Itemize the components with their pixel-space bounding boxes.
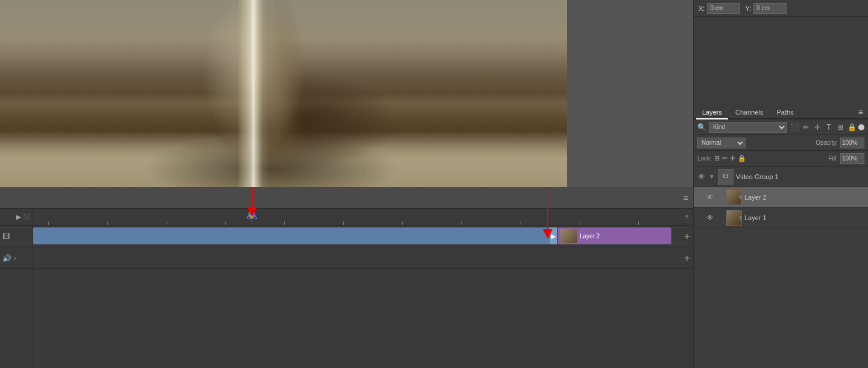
filter-circle-indicator [858, 124, 864, 130]
layer-eye-video-group[interactable]: 👁 [697, 173, 706, 181]
add-track-button[interactable]: + [681, 230, 693, 243]
lock-icon-3[interactable]: ✛ [730, 154, 735, 162]
video-track[interactable]: ▶ Layer 2 + [33, 226, 693, 247]
x-label: X: [699, 5, 705, 12]
timeline-ruler: 04:00f 06:00f 08:00f 10:00f [33, 209, 681, 225]
playhead-marker: 🔒 [247, 209, 257, 219]
layer-name-1: Layer 1 [744, 214, 864, 221]
layer-expand-1[interactable] [717, 214, 724, 221]
layers-blend-bar: Normal Opacity: [694, 135, 868, 151]
filter-icon-3[interactable]: ✛ [813, 122, 822, 132]
timeline-left-controls: ▶ ⬛ [0, 209, 33, 225]
search-icon: 🔍 [697, 123, 706, 132]
lock-icon-4[interactable]: 🔒 [738, 154, 746, 162]
y-label: Y: [745, 5, 751, 12]
timeline-toolbar: ≡ [0, 187, 693, 209]
track-thumbnail [560, 229, 577, 243]
add-audio-button[interactable]: + [681, 252, 693, 264]
layers-filter-bar: 🔍 Kind ⬛ ✏ ✛ T ⊞ 🔒 [694, 119, 868, 135]
filter-icon-5[interactable]: ⊞ [835, 122, 845, 132]
tab-channels[interactable]: Channels [729, 106, 769, 119]
layer-name-2: Layer 2 [744, 194, 864, 201]
layers-list: 👁 ▼ 🎞 Video Group 1 👁 ⛓ Layer 2 👁 ⛓ Laye… [694, 167, 868, 368]
x-input[interactable] [707, 3, 740, 14]
track-label-video: 🎞 [0, 226, 33, 247]
layer-item-2[interactable]: 👁 ⛓ Layer 2 [694, 187, 868, 208]
fill-label: Fill: [828, 155, 838, 162]
timeline-tracks-row: 🎞 🔊 ♪ ▶ [0, 226, 693, 368]
layer-eye-2[interactable]: 👁 [706, 193, 714, 201]
audio-track[interactable]: + [33, 247, 693, 269]
y-input[interactable] [753, 3, 787, 14]
y-coord-field: Y: [745, 3, 787, 14]
filter-kind-dropdown[interactable]: Kind [709, 122, 787, 133]
lock-icon-2[interactable]: ✏ [722, 154, 727, 162]
layer-expand-2[interactable] [717, 194, 724, 201]
filter-icon-1[interactable]: ⬛ [790, 122, 799, 132]
track-audio-note-icon: ♪ [13, 255, 16, 261]
track-label-audio: 🔊 ♪ [0, 247, 33, 269]
opacity-input[interactable] [840, 138, 864, 148]
tracks-content: ▶ Layer 2 + [33, 226, 693, 368]
layer-thumb-video-group: 🎞 [718, 169, 733, 185]
track-film-icon: 🎞 [2, 232, 10, 241]
filter-icons-group: ⬛ ✏ ✛ T ⊞ 🔒 [790, 122, 864, 132]
lock-icon-1[interactable]: ⊞ [714, 154, 720, 162]
track-segment-edge: ▶ [550, 227, 557, 244]
blend-mode-dropdown[interactable]: Normal [697, 138, 746, 148]
layers-lock-bar: Lock: ⊞ ✏ ✛ 🔒 Fill: [694, 151, 868, 167]
playback-ctrl-1[interactable]: ▶ [16, 214, 21, 220]
track-layer-name: Layer 2 [580, 233, 600, 240]
layer-name-video-group: Video Group 1 [736, 173, 864, 180]
upper-right-space [694, 17, 868, 101]
x-coord-field: X: [699, 3, 740, 14]
track-labels: 🎞 🔊 ♪ [0, 226, 33, 368]
timeline-menu-icon[interactable]: ≡ [683, 193, 688, 203]
layer-expand-video-group[interactable]: ▼ [708, 173, 715, 180]
svg-text:🔒: 🔒 [249, 213, 255, 218]
add-audio-btn[interactable]: + [681, 252, 693, 264]
panel-tabs: Layers Channels Paths ≡ [694, 101, 868, 119]
track-segment-blue-left[interactable] [33, 227, 553, 244]
tab-layers[interactable]: Layers [696, 106, 728, 119]
opacity-label: Opacity: [816, 139, 838, 146]
layer-eye-1[interactable]: 👁 [706, 214, 714, 222]
tab-paths[interactable]: Paths [771, 106, 800, 119]
filter-icon-6[interactable]: 🔒 [847, 122, 857, 132]
track-audio-icon: 🔊 [2, 254, 11, 262]
panel-menu-icon[interactable]: ≡ [856, 106, 866, 118]
playback-ctrl-2[interactable]: ⬛ [23, 214, 30, 220]
layer-item-video-group[interactable]: 👁 ▼ 🎞 Video Group 1 [694, 167, 868, 187]
right-panel: X: Y: Layers Channels Paths ≡ 🔍 Kind ⬛ ✏… [693, 0, 868, 368]
layer-item-1[interactable]: 👁 ⛓ Layer 1 [694, 208, 868, 228]
fill-input[interactable] [840, 153, 864, 164]
lock-label: Lock: [697, 155, 712, 162]
filter-icon-4[interactable]: T [824, 122, 834, 132]
track-segment-purple[interactable]: Layer 2 [558, 227, 671, 244]
filter-icon-2[interactable]: ✏ [801, 122, 811, 132]
add-track-btn[interactable]: + [681, 230, 693, 243]
video-preview [0, 0, 567, 187]
coords-bar: X: Y: [694, 0, 868, 17]
timeline-scrollbar-btn[interactable]: ≡ [681, 209, 693, 225]
layer-thumb-1: ⛓ [726, 210, 742, 226]
layer-thumb-2: ⛓ [726, 189, 742, 205]
timeline-ruler-row: ▶ ⬛ 04:00f 06:00f [0, 209, 693, 226]
